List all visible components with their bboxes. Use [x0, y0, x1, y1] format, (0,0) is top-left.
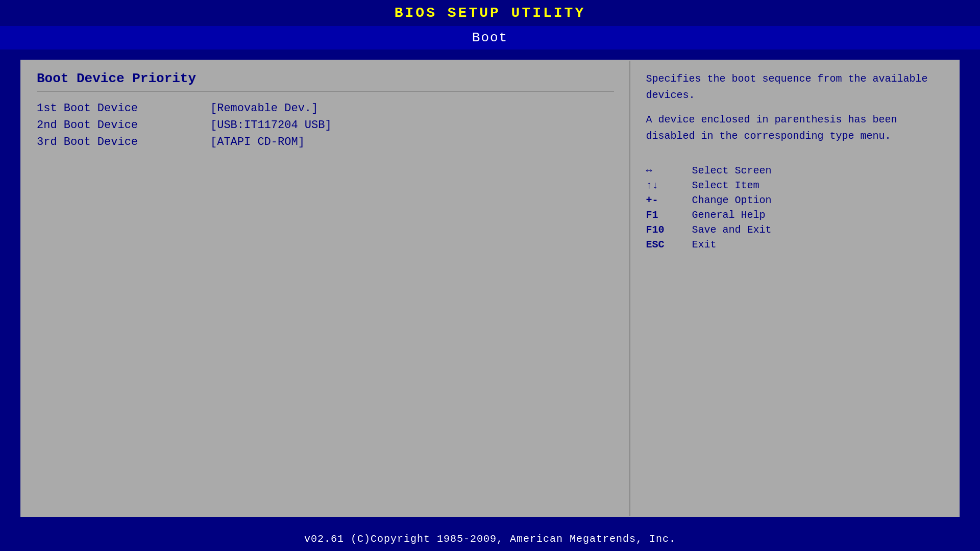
- boot-item-3[interactable]: 3rd Boot Device [ATAPI CD-ROM]: [37, 136, 614, 148]
- boot-item-1[interactable]: 1st Boot Device [Removable Dev.]: [37, 102, 614, 115]
- main-content: Boot Device Priority 1st Boot Device [Re…: [20, 60, 960, 517]
- key-row-save-exit: F10 Save and Exit: [646, 224, 943, 236]
- section-subtitle: Boot: [0, 26, 980, 49]
- section-title: Boot Device Priority: [37, 71, 614, 86]
- key-desc-select-screen: Select Screen: [692, 165, 771, 177]
- boot-value-2: [USB:IT117204 USB]: [210, 119, 332, 132]
- footer: v02.61 (C)Copyright 1985-2009, American …: [0, 527, 980, 551]
- divider: [37, 91, 614, 92]
- key-desc-general-help: General Help: [692, 209, 765, 221]
- key-symbol-f10: F10: [646, 224, 676, 236]
- bios-title: BIOS SETUP UTILITY: [0, 0, 980, 26]
- key-symbol-f1: F1: [646, 209, 676, 221]
- right-panel: Specifies the boot sequence from the ava…: [630, 61, 959, 516]
- key-desc-exit: Exit: [692, 239, 716, 251]
- key-help: ↔ Select Screen ↑↓ Select Item +- Change…: [646, 165, 943, 251]
- boot-value-1: [Removable Dev.]: [210, 102, 318, 115]
- desc-paragraph-2: A device enclosed in parenthesis has bee…: [646, 112, 943, 144]
- key-row-general-help: F1 General Help: [646, 209, 943, 221]
- key-row-select-screen: ↔ Select Screen: [646, 165, 943, 177]
- key-symbol-esc: ESC: [646, 239, 676, 251]
- boot-value-3: [ATAPI CD-ROM]: [210, 136, 305, 148]
- left-panel: Boot Device Priority 1st Boot Device [Re…: [21, 61, 630, 516]
- boot-label-3: 3rd Boot Device: [37, 136, 210, 148]
- key-symbol-arrows-ud: ↑↓: [646, 180, 676, 191]
- key-symbol-plusminus: +-: [646, 194, 676, 206]
- boot-label-1: 1st Boot Device: [37, 102, 210, 115]
- key-desc-change-option: Change Option: [692, 194, 771, 206]
- boot-item-2[interactable]: 2nd Boot Device [USB:IT117204 USB]: [37, 119, 614, 132]
- key-row-select-item: ↑↓ Select Item: [646, 180, 943, 191]
- boot-label-2: 2nd Boot Device: [37, 119, 210, 132]
- key-desc-save-exit: Save and Exit: [692, 224, 771, 236]
- key-symbol-arrows-lr: ↔: [646, 165, 676, 177]
- key-desc-select-item: Select Item: [692, 180, 759, 191]
- desc-paragraph-1: Specifies the boot sequence from the ava…: [646, 71, 943, 104]
- description-text: Specifies the boot sequence from the ava…: [646, 71, 943, 144]
- key-row-change-option: +- Change Option: [646, 194, 943, 206]
- key-row-exit: ESC Exit: [646, 239, 943, 251]
